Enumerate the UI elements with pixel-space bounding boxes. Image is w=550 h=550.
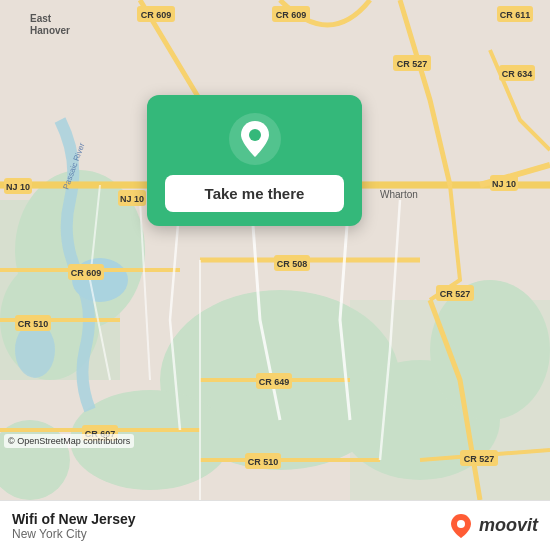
map-background: CR 609 CR 609 CR 611 CR 527 CR 634 NJ 10… bbox=[0, 0, 550, 500]
moovit-logo[interactable]: moovit bbox=[447, 512, 538, 540]
svg-point-49 bbox=[249, 129, 261, 141]
svg-text:CR 527: CR 527 bbox=[440, 289, 471, 299]
svg-text:CR 609: CR 609 bbox=[71, 268, 102, 278]
svg-text:CR 609: CR 609 bbox=[276, 10, 307, 20]
svg-text:CR 508: CR 508 bbox=[277, 259, 308, 269]
popup-card: Take me there bbox=[147, 95, 362, 226]
svg-text:CR 510: CR 510 bbox=[18, 319, 49, 329]
location-name: Wifi of New Jersey bbox=[12, 511, 136, 527]
moovit-text: moovit bbox=[479, 515, 538, 536]
svg-text:CR 611: CR 611 bbox=[500, 10, 531, 20]
map-container: CR 609 CR 609 CR 611 CR 527 CR 634 NJ 10… bbox=[0, 0, 550, 500]
svg-text:CR 527: CR 527 bbox=[464, 454, 495, 464]
svg-text:Hanover: Hanover bbox=[30, 25, 70, 36]
svg-point-50 bbox=[457, 520, 465, 528]
location-info: Wifi of New Jersey New York City bbox=[12, 511, 136, 541]
svg-text:CR 649: CR 649 bbox=[259, 377, 290, 387]
svg-text:East: East bbox=[30, 13, 52, 24]
svg-text:NJ 10: NJ 10 bbox=[6, 182, 30, 192]
svg-rect-7 bbox=[350, 300, 550, 500]
bottom-bar: Wifi of New Jersey New York City moovit bbox=[0, 500, 550, 550]
svg-text:NJ 10: NJ 10 bbox=[492, 179, 516, 189]
map-attribution: © OpenStreetMap contributors bbox=[4, 434, 134, 448]
svg-text:CR 527: CR 527 bbox=[397, 59, 428, 69]
location-pin-icon bbox=[229, 113, 281, 165]
svg-text:CR 609: CR 609 bbox=[141, 10, 172, 20]
location-city: New York City bbox=[12, 527, 136, 541]
svg-text:Wharton: Wharton bbox=[380, 189, 418, 200]
svg-text:NJ 10: NJ 10 bbox=[120, 194, 144, 204]
moovit-pin-icon bbox=[447, 512, 475, 540]
svg-text:CR 510: CR 510 bbox=[248, 457, 279, 467]
svg-text:CR 634: CR 634 bbox=[502, 69, 533, 79]
take-me-there-button[interactable]: Take me there bbox=[165, 175, 344, 212]
